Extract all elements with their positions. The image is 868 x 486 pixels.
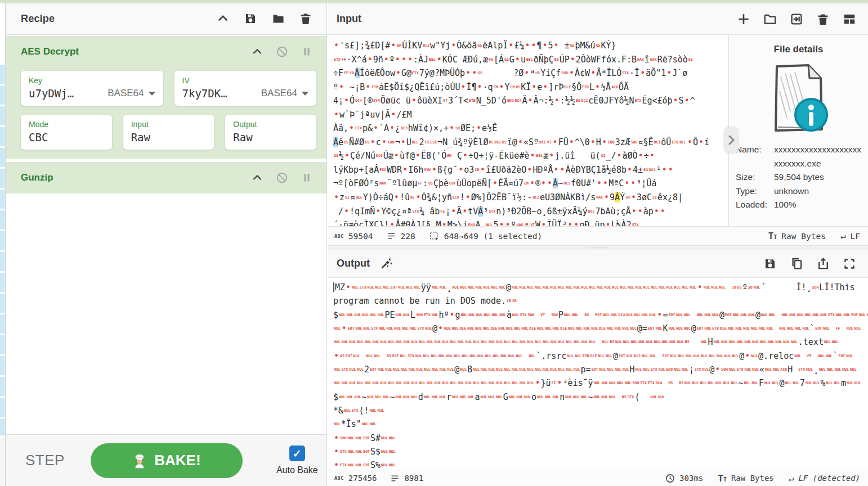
selection-icon (429, 231, 440, 241)
output-char-count: ABC 275456 (334, 474, 377, 483)
text-encoding-icon: TT (718, 473, 727, 484)
output-header: Output (328, 250, 868, 278)
aes-mode-label: Mode (29, 120, 104, 129)
load-recipe-folder-icon[interactable] (271, 11, 285, 26)
layout-view-icon[interactable] (842, 12, 857, 26)
aes-iv-field[interactable]: IV 7ky7DK… BASE64 (175, 71, 317, 106)
clear-recipe-trash-icon[interactable] (298, 11, 313, 26)
step-button[interactable]: STEP (25, 452, 65, 469)
input-status-bar: ABC 59504 228 648→649 (1 selected) TT Ra… (328, 226, 868, 245)
disable-operation-icon[interactable] (275, 170, 289, 185)
input-eol-selector[interactable]: ↵ LF (840, 231, 860, 241)
input-panel: Input •'s£];¾£D[#•EMÚÌKV (328, 3, 868, 245)
operations-list-items-edge (0, 65, 5, 434)
add-input-tab-icon[interactable] (736, 12, 751, 26)
file-type-value: unknown (774, 184, 865, 199)
input-encoding-selector[interactable]: TT Raw Bytes (768, 231, 826, 241)
aes-key-field[interactable]: Key u7yDWj… BASE64 (21, 71, 163, 106)
output-encoding-selector[interactable]: TT Raw Bytes (718, 473, 774, 484)
line-ending-icon: ↵ (789, 473, 794, 484)
file-info-icon (754, 57, 843, 142)
aes-mode-value: CBC (29, 131, 48, 143)
breakpoint-pause-icon[interactable] (299, 44, 314, 59)
aes-iv-label: IV (182, 76, 309, 86)
input-line-count: 228 (387, 231, 415, 241)
auto-bake-label: Auto Bake (276, 465, 318, 475)
input-char-count: ABC 59504 (334, 232, 373, 241)
bake-button[interactable]: BAKE! (91, 443, 243, 478)
chevron-down-icon (302, 92, 308, 96)
input-editor[interactable]: •'s£];¾£D[#•EMÚÌKVDC2w"Yj•Ò&öãGSëAlpÏ•£¼… (328, 35, 728, 226)
operation-gunzip[interactable]: Gunzip (6, 162, 326, 194)
file-name-label: Name: (736, 143, 774, 170)
bake-controls-bar: STEP BAKE! ✓ Auto (6, 434, 326, 486)
file-details-collapse-tab[interactable] (724, 127, 739, 153)
operation-gunzip-header[interactable]: Gunzip (6, 162, 326, 194)
file-size-value: 59,504 bytes (774, 170, 865, 184)
copy-output-icon[interactable] (789, 256, 804, 271)
open-folder-icon[interactable] (763, 12, 777, 26)
open-output-in-new-tab-icon[interactable] (816, 256, 830, 271)
input-header: Input (328, 3, 868, 35)
file-details-panel: File details Name: xxxxxxxxxxxxxxxxxxxxx… (728, 35, 868, 226)
file-loaded-row: Loaded: 100% (736, 198, 868, 212)
file-size-label: Size: (736, 170, 774, 184)
operations-list-footer-edge (0, 434, 5, 486)
collapse-operation-icon[interactable] (250, 44, 265, 59)
auto-bake-checkbox[interactable]: ✓ (289, 446, 305, 461)
input-output-splitter[interactable]: ········ (328, 245, 868, 250)
file-details-rows: Name: xxxxxxxxxxxxxxxxxxxxxxxxxxx.exe Si… (729, 143, 868, 212)
operation-controls (250, 44, 314, 59)
bake-time: 303ms (665, 474, 703, 483)
line-count-icon (387, 231, 396, 241)
aes-input-format-select[interactable]: Input Raw (123, 115, 214, 150)
magic-wand-icon[interactable] (379, 256, 393, 271)
save-output-icon[interactable] (763, 256, 777, 271)
operation-title: AES Decrypt (21, 46, 79, 57)
aes-input-format-label: Input (131, 120, 207, 129)
output-title: Output (337, 258, 370, 269)
aes-key-encoding-dropdown[interactable]: BASE64 (103, 88, 155, 99)
aes-key-value[interactable]: u7yDWj… (29, 87, 74, 100)
cyberchef-app: Recipe AES Decrypt (0, 0, 868, 486)
aes-args-row-1: Key u7yDWj… BASE64 IV 7ky7DK… (6, 71, 326, 106)
top-banner-strip (0, 0, 868, 3)
operation-title: Gunzip (21, 172, 53, 183)
save-recipe-icon[interactable] (243, 11, 258, 26)
aes-output-format-select[interactable]: Output Raw (225, 115, 316, 150)
line-ending-icon: ↵ (840, 231, 846, 241)
aes-output-format-value: Raw (233, 131, 252, 143)
output-eol-indicator[interactable]: ↵ LF (detected) (789, 473, 860, 484)
operation-aes-decrypt[interactable]: AES Decrypt Ke (6, 36, 326, 159)
recipe-panel: Recipe AES Decrypt (6, 3, 327, 486)
recipe-title: Recipe (21, 13, 55, 25)
input-title: Input (337, 13, 361, 25)
operation-controls (250, 170, 314, 185)
clock-icon (665, 474, 675, 483)
aes-iv-encoding-dropdown[interactable]: BASE64 (257, 88, 308, 99)
file-size-row: Size: 59,504 bytes (736, 170, 868, 184)
disable-operation-icon[interactable] (275, 44, 289, 59)
breakpoint-pause-icon[interactable] (299, 170, 314, 185)
chevron-down-icon (149, 92, 155, 96)
clear-input-trash-icon[interactable] (816, 12, 830, 26)
text-encoding-icon: TT (768, 231, 777, 241)
collapse-recipe-icon[interactable] (216, 11, 230, 26)
file-loaded-label: Loaded: (736, 198, 774, 212)
output-panel: Output MZ•NULETXNULNULNULEOTNU (328, 250, 868, 486)
file-name-value: xxxxxxxxxxxxxxxxxxxxxxxxxxx.exe (774, 143, 865, 170)
aes-mode-select[interactable]: Mode CBC (21, 115, 112, 150)
aes-key-encoding-value: BASE64 (108, 88, 144, 99)
operation-aes-decrypt-header[interactable]: AES Decrypt (6, 36, 326, 68)
aes-iv-value[interactable]: 7ky7DK… (182, 87, 227, 100)
aes-key-label: Key (29, 76, 155, 86)
operations-list-edge[interactable] (0, 3, 6, 486)
chef-icon (132, 453, 147, 468)
output-editor[interactable]: MZ•NULETXNULNULNULEOTNULNULNULÿÿNULNUL¸N… (328, 278, 868, 470)
splitter-handle-dots: ········ (587, 246, 609, 249)
collapse-operation-icon[interactable] (250, 170, 265, 185)
maximize-output-icon[interactable] (842, 256, 857, 271)
input-content: •'s£];¾£D[#•EMÚÌKVDC2w"Yj•Ò&öãGSëAlpÏ•£¼… (328, 35, 868, 226)
output-content: MZ•NULETXNULNULNULEOTNULNULNULÿÿNULNUL¸N… (328, 278, 868, 470)
open-file-import-icon[interactable] (789, 12, 804, 26)
